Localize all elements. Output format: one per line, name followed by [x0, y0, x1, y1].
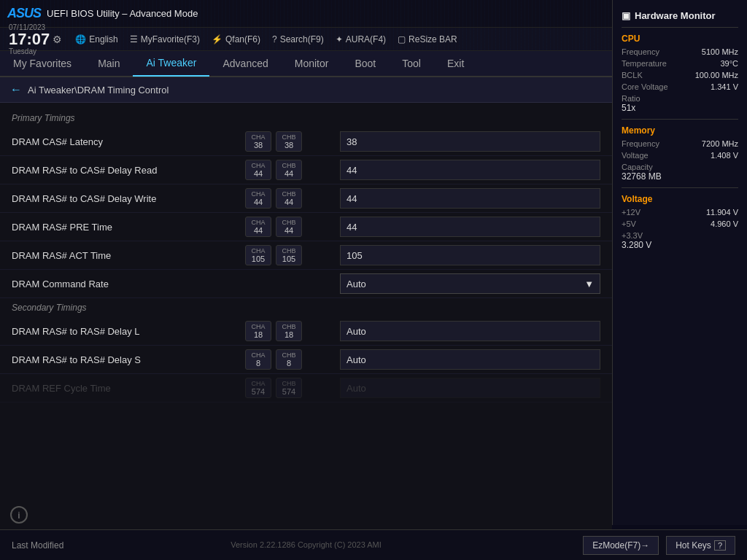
hw-divider-1 [622, 119, 738, 120]
hot-keys-button[interactable]: Hot Keys ? [666, 536, 735, 555]
hw-capacity-label: Capacity [622, 163, 738, 171]
ras-cas-read-label: DRAM RAS# to CAS# Delay Read [12, 165, 245, 176]
lang-button[interactable]: 🌐 English [75, 34, 117, 44]
timings-area: Primary Timings DRAM CAS# Latency CHA 38… [0, 103, 612, 408]
ref-cycle-badges: CHA 574 CHB 574 [245, 378, 340, 398]
myfavorite-button[interactable]: ☰ MyFavorite(F3) [130, 34, 200, 44]
ras-cas-read-input[interactable] [340, 160, 600, 180]
hw-5v-value: 4.960 V [711, 219, 738, 228]
hw-bclk-row: BCLK 100.00 MHz [622, 71, 738, 79]
search-button[interactable]: ? Search(F9) [272, 34, 324, 44]
hw-mem-volt-value: 1.408 V [711, 151, 738, 160]
hw-mem-freq-row: Frequency 7200 MHz [622, 139, 738, 148]
bios-title: UEFI BIOS Utility – Advanced Mode [47, 8, 198, 19]
ras-pre-badges: CHA 44 CHB 44 [245, 217, 340, 237]
table-row: DRAM RAS# to RAS# Delay S CHA 8 CHB 8 [0, 346, 612, 374]
nav-favorites[interactable]: My Favorites [0, 50, 85, 77]
ras-ras-l-cha-badge: CHA 18 [245, 321, 271, 341]
table-row: DRAM RAS# to RAS# Delay L CHA 18 CHB 18 [0, 317, 612, 346]
globe-icon: 🌐 [75, 34, 86, 44]
help-icon: ? [714, 540, 726, 551]
ras-pre-cha-badge: CHA 44 [245, 217, 271, 237]
aura-button[interactable]: ✦ AURA(F4) [336, 34, 386, 44]
footer-version: Version 2.22.1286 Copyright (C) 2023 AMI [0, 529, 612, 560]
ras-read-cha-badge: CHA 44 [245, 160, 271, 180]
table-row: DRAM RAS# PRE Time CHA 44 CHB 44 [0, 213, 612, 241]
info-button[interactable]: i [10, 506, 28, 524]
cas-latency-input[interactable] [340, 131, 600, 152]
qfan-label: Qfan(F6) [225, 34, 260, 44]
command-rate-select[interactable]: Auto ▼ [340, 273, 600, 294]
ras-pre-chb-badge: CHB 44 [276, 217, 302, 237]
hw-cpu-temp-label: Temperature [622, 59, 667, 68]
hw-ratio-value: 51x [622, 103, 738, 113]
cas-latency-label: DRAM CAS# Latency [12, 136, 245, 147]
hw-ratio-row: Ratio 51x [622, 94, 738, 113]
hw-12v-label: +12V [622, 208, 640, 217]
aura-label: AURA(F4) [346, 34, 386, 44]
qfan-button[interactable]: ⚡ Qfan(F6) [212, 34, 260, 44]
cas-channel-badges: CHA 38 CHB 38 [245, 131, 340, 152]
ras-pre-input[interactable] [340, 217, 600, 237]
breadcrumb-path: Ai Tweaker\DRAM Timing Control [28, 85, 169, 96]
ras-ras-s-input[interactable] [340, 349, 600, 370]
hw-corevolt-label: Core Voltage [622, 82, 668, 91]
ref-cycle-input [340, 378, 600, 398]
hw-capacity-row: Capacity 32768 MB [622, 163, 738, 182]
nav-advanced[interactable]: Advanced [209, 50, 281, 77]
hw-33v-row: +3.3V 3.280 V [622, 231, 738, 250]
hw-cpu-label: CPU [622, 34, 738, 44]
hw-corevolt-row: Core Voltage 1.341 V [622, 82, 738, 91]
hw-12v-row: +12V 11.904 V [622, 208, 738, 217]
ras-ras-s-badges: CHA 8 CHB 8 [245, 349, 340, 370]
ras-ras-l-input[interactable] [340, 321, 600, 341]
menu-icon: ☰ [130, 34, 138, 44]
dropdown-arrow-icon: ▼ [584, 279, 594, 289]
ras-act-badges: CHA 105 CHB 105 [245, 245, 340, 265]
nav-monitor[interactable]: Monitor [282, 50, 342, 77]
ras-write-cha-badge: CHA 44 [245, 188, 271, 209]
resize-bar-button[interactable]: ▢ ReSize BAR [398, 34, 457, 44]
hw-voltage-label: Voltage [622, 194, 738, 204]
nav-main[interactable]: Main [85, 50, 133, 77]
primary-timings-label: Primary Timings [0, 109, 612, 128]
monitor-icon: ▣ [622, 10, 630, 21]
ras-act-input[interactable] [340, 245, 600, 265]
ref-cycle-chb-badge: CHB 574 [276, 378, 302, 398]
hardware-monitor: ▣ Hardware Monitor CPU Frequency 5100 MH… [612, 0, 747, 525]
table-row: DRAM RAS# to CAS# Delay Write CHA 44 CHB… [0, 184, 612, 213]
table-row: DRAM RAS# to CAS# Delay Read CHA 44 CHB … [0, 156, 612, 184]
hw-mem-freq-value: 7200 MHz [702, 139, 738, 148]
nav-boot[interactable]: Boot [341, 50, 389, 77]
nav-tool[interactable]: Tool [389, 50, 434, 77]
hw-cpu-freq-row: Frequency 5100 MHz [622, 47, 738, 56]
hw-mem-volt-label: Voltage [622, 151, 649, 160]
nav-ai-tweaker[interactable]: Ai Tweaker [133, 50, 209, 77]
resize-icon: ▢ [398, 34, 406, 44]
ras-cas-read-badges: CHA 44 CHB 44 [245, 160, 340, 180]
asus-logo: ASUS [7, 6, 41, 21]
footer: Version 2.22.1286 Copyright (C) 2023 AMI… [0, 529, 747, 560]
search-label: Search(F9) [280, 34, 324, 44]
ras-cas-write-input[interactable] [340, 188, 600, 209]
resize-label: ReSize BAR [409, 34, 457, 44]
cas-cha-badge: CHA 38 [245, 131, 271, 152]
hw-cpu-temp-row: Temperature 39°C [622, 59, 738, 68]
hw-title: ▣ Hardware Monitor [622, 6, 738, 28]
hw-12v-value: 11.904 V [706, 208, 738, 217]
hw-5v-row: +5V 4.960 V [622, 219, 738, 228]
command-rate-value: Auto [347, 279, 366, 289]
hw-cpu-freq-label: Frequency [622, 47, 659, 56]
table-row: DRAM REF Cycle Time CHA 574 CHB 574 [0, 374, 612, 402]
hw-mem-freq-label: Frequency [622, 139, 659, 148]
back-button[interactable]: ← [10, 83, 22, 96]
hw-corevolt-value: 1.341 V [711, 82, 738, 91]
ras-act-cha-badge: CHA 105 [245, 245, 271, 265]
ras-act-label: DRAM RAS# ACT Time [12, 250, 245, 261]
cas-chb-badge: CHB 38 [276, 131, 302, 152]
settings-icon[interactable]: ⚙ [53, 34, 62, 45]
nav-exit[interactable]: Exit [434, 50, 477, 77]
ras-act-chb-badge: CHB 105 [276, 245, 302, 265]
hw-capacity-value: 32768 MB [622, 171, 738, 182]
secondary-timings-label: Secondary Timings [0, 298, 612, 317]
